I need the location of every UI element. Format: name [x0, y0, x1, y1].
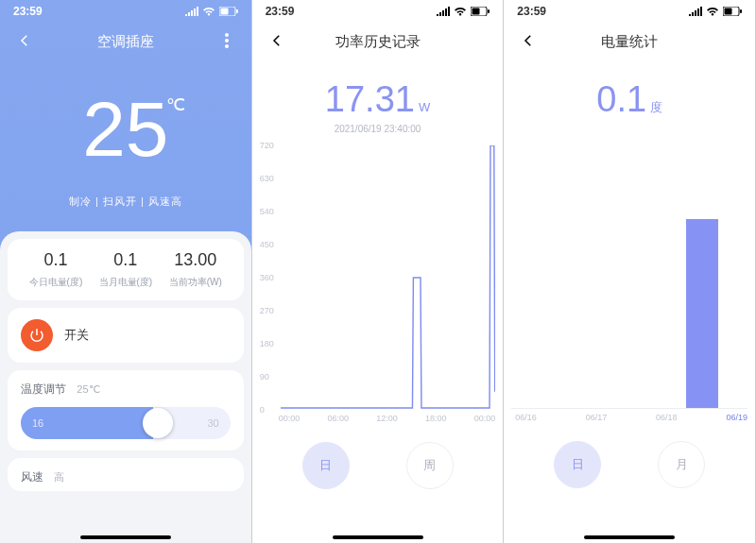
screen-energy-stats: 23:59 电量统计 0.1度 06/16 06/17 06/18 06/19 …: [504, 0, 756, 543]
x-tick: 06/17: [586, 413, 608, 422]
back-icon[interactable]: [9, 32, 40, 52]
fan-speed-title: 风速: [21, 470, 43, 484]
wifi-icon: [706, 7, 719, 16]
clock: 23:59: [517, 5, 546, 18]
home-indicator[interactable]: [584, 535, 675, 539]
x-tick: 06:00: [327, 414, 349, 423]
status-bar: 23:59: [0, 0, 251, 21]
status-bar: 23:59: [504, 0, 755, 21]
back-icon[interactable]: [513, 32, 543, 52]
x-tick: 06/16: [515, 413, 537, 422]
power-button[interactable]: [21, 319, 53, 351]
line-chart-svg: [281, 145, 496, 410]
stat-today-value: 0.1: [21, 250, 91, 270]
power-label: 开关: [64, 327, 89, 344]
stat-power: 13.00 当前功率(W): [161, 250, 231, 289]
temperature-unit: ℃: [166, 96, 185, 113]
power-unit: W: [419, 100, 430, 114]
temperature-display: 25℃ 制冷 | 扫风开 | 风速高: [0, 62, 251, 231]
status-bar: 23:59: [252, 0, 504, 21]
power-timestamp: 2021/06/19 23:40:00: [252, 124, 504, 134]
status-icons: [185, 7, 238, 16]
seg-month[interactable]: 月: [658, 441, 705, 488]
seg-day[interactable]: 日: [302, 442, 350, 489]
svg-point-4: [225, 39, 229, 42]
y-tick: 630: [260, 174, 274, 183]
x-tick: 06/19: [726, 413, 747, 422]
seg-week[interactable]: 周: [406, 442, 454, 489]
y-tick: 360: [260, 273, 274, 282]
temperature-value: 25: [82, 86, 168, 172]
power-value: 17.31: [325, 79, 415, 119]
energy-value: 0.1: [596, 79, 646, 119]
x-axis: 00:00 06:00 12:00 18:00 00:00: [279, 414, 496, 423]
svg-rect-11: [740, 9, 742, 13]
mode-status: 制冷 | 扫风开 | 风速高: [0, 195, 251, 209]
stat-power-label: 当前功率(W): [161, 276, 231, 289]
temperature-slider[interactable]: 16 30: [21, 407, 231, 439]
signal-icon: [185, 7, 198, 16]
home-indicator[interactable]: [333, 535, 423, 539]
home-indicator[interactable]: [80, 535, 171, 539]
control-deck: 0.1 今日电量(度) 0.1 当月电量(度) 13.00 当前功率(W) 开关: [0, 231, 251, 543]
wifi-icon: [202, 7, 215, 16]
fan-speed-value: 高: [54, 471, 64, 483]
temp-adjust-title: 温度调节: [21, 382, 66, 396]
slider-max: 30: [207, 417, 218, 429]
stat-month-label: 当月电量(度): [91, 276, 161, 289]
battery-icon: [219, 7, 238, 16]
period-selector: 日 周: [252, 442, 504, 489]
energy-bar-chart[interactable]: [511, 144, 747, 409]
status-icons: [689, 7, 742, 16]
back-icon[interactable]: [262, 32, 292, 52]
seg-day[interactable]: 日: [554, 441, 601, 488]
stat-today-label: 今日电量(度): [21, 276, 91, 289]
y-tick: 270: [260, 306, 274, 315]
bar-0619: [686, 219, 718, 408]
power-line-chart[interactable]: 720 630 540 450 360 270 180 90 0: [260, 145, 496, 410]
current-power: 17.31W 2021/06/19 23:40:00: [252, 79, 504, 134]
signal-icon: [437, 7, 450, 16]
svg-rect-8: [488, 9, 490, 13]
stat-month-value: 0.1: [91, 250, 161, 270]
x-tick: 00:00: [474, 414, 496, 423]
y-tick: 450: [260, 240, 274, 249]
x-tick: 18:00: [425, 414, 447, 423]
temp-adjust-card: 温度调节 25℃ 16 30: [8, 370, 244, 450]
power-card[interactable]: 开关: [8, 308, 244, 363]
wifi-icon: [454, 7, 467, 16]
header: 电量统计: [504, 21, 755, 62]
svg-point-5: [225, 44, 229, 48]
temp-adjust-value: 25℃: [77, 383, 99, 395]
stat-month: 0.1 当月电量(度): [91, 250, 161, 289]
current-energy: 0.1度: [504, 79, 755, 120]
more-icon[interactable]: [212, 33, 242, 51]
x-tick: 00:00: [279, 414, 301, 423]
svg-rect-10: [725, 8, 732, 15]
y-tick: 540: [260, 207, 274, 216]
status-icons: [437, 7, 490, 16]
svg-point-3: [225, 33, 229, 37]
stat-power-value: 13.00: [161, 250, 231, 270]
y-tick: 180: [260, 339, 274, 348]
battery-icon: [723, 7, 742, 16]
y-tick: 0: [260, 405, 265, 415]
slider-min: 16: [32, 417, 43, 429]
x-tick: 06/18: [656, 413, 678, 422]
signal-icon: [689, 7, 702, 16]
y-tick: 90: [260, 372, 269, 382]
x-tick: 12:00: [376, 414, 398, 423]
screen-ac-control: 23:59 空调插座 25℃ 制冷 | 扫风开 | 风速高: [0, 0, 252, 543]
header: 功率历史记录: [252, 21, 504, 62]
svg-rect-2: [236, 9, 238, 13]
screen-power-history: 23:59 功率历史记录 17.31W 2021/06/19 23:40:00 …: [252, 0, 505, 543]
stats-card[interactable]: 0.1 今日电量(度) 0.1 当月电量(度) 13.00 当前功率(W): [8, 239, 244, 300]
fan-speed-card[interactable]: 风速 高: [8, 458, 244, 491]
svg-rect-1: [220, 8, 228, 15]
y-tick: 720: [260, 141, 274, 150]
slider-knob[interactable]: [143, 408, 173, 438]
clock: 23:59: [13, 5, 43, 18]
stat-today: 0.1 今日电量(度): [21, 250, 91, 289]
x-axis: 06/16 06/17 06/18 06/19: [515, 413, 747, 422]
clock: 23:59: [266, 5, 295, 18]
